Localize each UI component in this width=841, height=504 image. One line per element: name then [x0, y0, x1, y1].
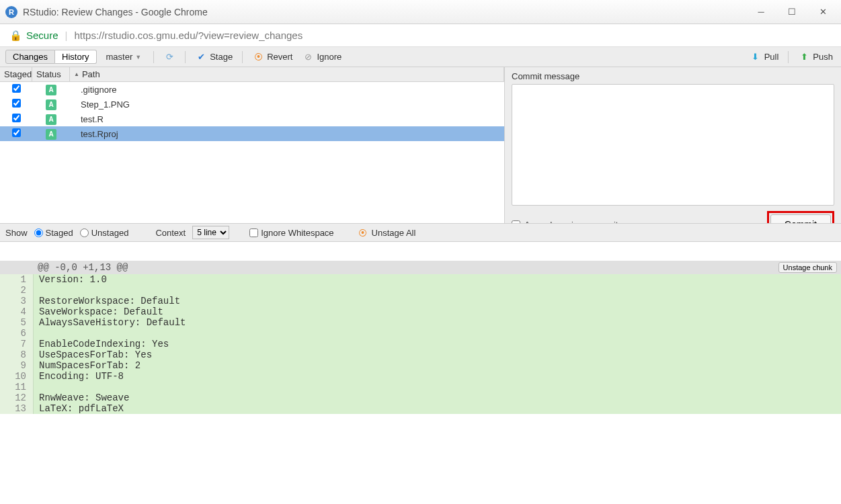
- ignore-whitespace-label: Ignore Whitespace: [261, 228, 333, 238]
- show-unstaged-input[interactable]: [80, 228, 89, 237]
- diff-line[interactable]: 12RnwWeave: Sweave: [0, 392, 841, 403]
- file-path: Step_1.PNG: [70, 99, 504, 110]
- file-row[interactable]: A.gitignore: [0, 82, 504, 97]
- diff-line[interactable]: 4SaveWorkspace: Default: [0, 306, 841, 317]
- diff-lines: 1Version: 1.023RestoreWorkspace: Default…: [0, 274, 841, 414]
- maximize-button[interactable]: ☐: [786, 6, 798, 18]
- browser-url-bar: 🔒 Secure | https://rstudio.cos.gmu.edu/?…: [0, 24, 841, 47]
- commit-message-label: Commit message: [512, 71, 834, 81]
- diff-toolbar: Show Staged Unstaged Context 5 line Igno…: [0, 223, 841, 242]
- push-icon: ⬆: [798, 51, 810, 63]
- line-code: [34, 285, 841, 296]
- file-row[interactable]: Atest.Rproj: [0, 126, 504, 141]
- line-code: Version: 1.0: [34, 274, 841, 285]
- show-unstaged-radio[interactable]: Unstaged: [80, 228, 129, 238]
- show-staged-input[interactable]: [34, 228, 43, 237]
- status-badge: A: [46, 99, 56, 110]
- col-staged[interactable]: Staged: [0, 67, 32, 81]
- diff-line[interactable]: 11: [0, 382, 841, 392]
- status-badge: A: [46, 114, 56, 125]
- window-controls: ─ ☐ ✕: [755, 6, 836, 18]
- changes-tab[interactable]: Changes: [5, 50, 55, 64]
- line-number: 6: [0, 328, 34, 339]
- diff-line[interactable]: 6: [0, 328, 841, 339]
- line-code: UseSpacesForTab: Yes: [34, 349, 841, 360]
- diff-line[interactable]: 13LaTeX: pdfLaTeX: [0, 403, 841, 414]
- push-label: Push: [813, 52, 833, 62]
- line-number: 1: [0, 274, 34, 285]
- unstage-all-button[interactable]: ⦿ Unstage All: [354, 225, 419, 240]
- stage-label: Stage: [210, 52, 233, 62]
- branch-select[interactable]: master ▼: [101, 50, 147, 63]
- ignore-button[interactable]: ⊘ Ignore: [299, 50, 344, 65]
- chevron-down-icon: ▼: [135, 54, 141, 60]
- view-toggle: Changes History: [5, 50, 97, 64]
- revert-button[interactable]: ⦿ Revert: [249, 50, 295, 65]
- ignore-whitespace-input[interactable]: [249, 228, 258, 237]
- sort-asc-icon: ▲: [74, 71, 79, 77]
- refresh-button[interactable]: ⟳: [161, 50, 178, 65]
- close-button[interactable]: ✕: [817, 6, 829, 18]
- staged-checkbox[interactable]: [12, 114, 21, 122]
- diff-line[interactable]: 10Encoding: UTF-8: [0, 371, 841, 382]
- file-row[interactable]: Atest.R: [0, 112, 504, 126]
- line-code: Encoding: UTF-8: [34, 371, 841, 382]
- line-code: RnwWeave: Sweave: [34, 392, 841, 403]
- commit-message-input[interactable]: [512, 84, 834, 206]
- line-number: 10: [0, 371, 34, 382]
- stage-button[interactable]: ✔ Stage: [192, 50, 235, 65]
- divider: [153, 51, 154, 63]
- line-code: LaTeX: pdfLaTeX: [34, 403, 841, 414]
- line-number: 8: [0, 349, 34, 360]
- staged-checkbox[interactable]: [12, 128, 21, 137]
- col-status[interactable]: Status: [32, 67, 70, 81]
- pull-label: Pull: [764, 52, 779, 62]
- line-code: [34, 328, 841, 339]
- pull-button[interactable]: ⬇ Pull: [747, 50, 782, 65]
- line-code: SaveWorkspace: Default: [34, 306, 841, 317]
- line-number: 5: [0, 317, 34, 328]
- divider: [185, 51, 186, 63]
- refresh-icon: ⟳: [163, 51, 175, 63]
- line-number: 7: [0, 339, 34, 349]
- review-toolbar: Changes History master ▼ ⟳ ✔ Stage ⦿ Rev…: [0, 47, 841, 67]
- push-button[interactable]: ⬆ Push: [795, 50, 836, 65]
- window-title: RStudio: Review Changes - Google Chrome: [23, 7, 755, 17]
- staged-checkbox[interactable]: [12, 99, 21, 108]
- ignore-whitespace-check[interactable]: Ignore Whitespace: [249, 228, 333, 238]
- revert-icon: ⦿: [252, 51, 264, 63]
- main-split: Staged Status ▲ Path A.gitignoreAStep_1.…: [0, 67, 841, 242]
- diff-line[interactable]: 7EnableCodeIndexing: Yes: [0, 339, 841, 349]
- diff-line[interactable]: 2: [0, 285, 841, 296]
- pull-icon: ⬇: [750, 51, 762, 63]
- ignore-icon: ⊘: [302, 51, 314, 63]
- context-select[interactable]: 5 line: [192, 226, 229, 239]
- diff-line[interactable]: 5AlwaysSaveHistory: Default: [0, 317, 841, 328]
- hunk-range: @@ -0,0 +1,13 @@: [38, 262, 778, 273]
- diff-line[interactable]: 8UseSpacesForTab: Yes: [0, 349, 841, 360]
- file-list: A.gitignoreAStep_1.PNGAtest.RAtest.Rproj: [0, 82, 504, 141]
- commit-pane: Commit message Amend previous commit Com…: [504, 67, 841, 242]
- url-text[interactable]: https://rstudio.cos.gmu.edu/?view=review…: [74, 30, 303, 41]
- history-tab[interactable]: History: [55, 50, 96, 64]
- unstage-all-label: Unstage All: [372, 228, 416, 238]
- file-row[interactable]: AStep_1.PNG: [0, 97, 504, 112]
- line-number: 9: [0, 360, 34, 371]
- window-titlebar: R RStudio: Review Changes - Google Chrom…: [0, 0, 841, 24]
- line-code: [34, 382, 841, 392]
- diff-line[interactable]: 9NumSpacesForTab: 2: [0, 360, 841, 371]
- staged-checkbox[interactable]: [12, 84, 21, 93]
- show-staged-radio[interactable]: Staged: [34, 228, 73, 238]
- unstage-icon: ⦿: [357, 226, 369, 239]
- diff-line[interactable]: 3RestoreWorkspace: Default: [0, 296, 841, 306]
- col-path[interactable]: ▲ Path: [70, 67, 504, 81]
- line-number: 4: [0, 306, 34, 317]
- url-divider: |: [65, 30, 68, 41]
- unstage-chunk-button[interactable]: Unstage chunk: [778, 262, 837, 273]
- ignore-label: Ignore: [317, 52, 342, 62]
- line-number: 3: [0, 296, 34, 306]
- branch-name: master: [106, 52, 133, 62]
- line-code: NumSpacesForTab: 2: [34, 360, 841, 371]
- diff-line[interactable]: 1Version: 1.0: [0, 274, 841, 285]
- minimize-button[interactable]: ─: [755, 6, 767, 18]
